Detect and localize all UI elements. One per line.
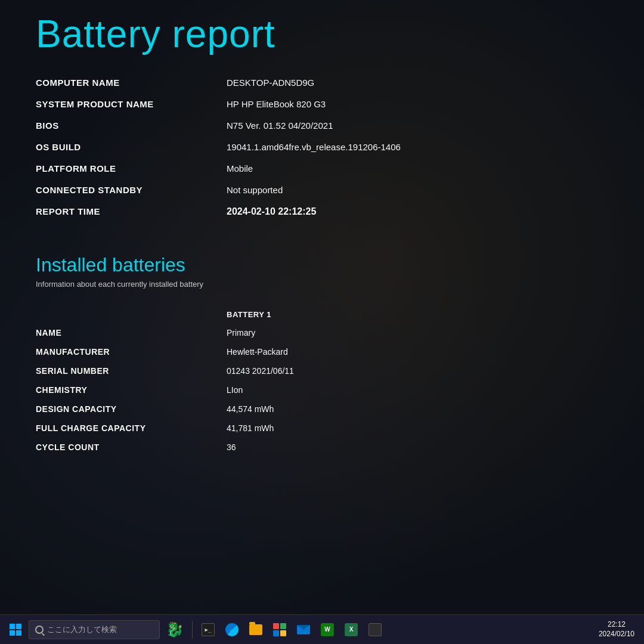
info-label-5: CONNECTED STANDBY <box>36 185 227 195</box>
system-info-row: CONNECTED STANDBY Not supported <box>36 181 608 203</box>
taskbar-icon-windows-store[interactable] <box>269 619 290 640</box>
battery-header: BATTERY 1 <box>36 306 608 323</box>
info-label-6: REPORT TIME <box>36 206 227 216</box>
taskbar-separator-1 <box>192 621 193 639</box>
info-label-2: BIOS <box>36 120 227 131</box>
info-label-1: SYSTEM PRODUCT NAME <box>36 99 227 109</box>
folder-icon <box>249 624 262 635</box>
battery-value-6: 36 <box>227 442 236 452</box>
battery-value-2: 01243 2021/06/11 <box>227 366 294 376</box>
dragon-icon[interactable]: 🐉 <box>162 621 187 638</box>
page-title: Battery report <box>36 0 608 74</box>
excel-icon: X <box>345 623 358 636</box>
system-info-row: COMPUTER NAME DESKTOP-ADN5D9G <box>36 74 608 95</box>
taskbar-time-display: 22:12 <box>599 620 634 630</box>
info-value-6: 2024-02-10 22:12:25 <box>227 206 316 217</box>
info-value-3: 19041.1.amd64fre.vb_release.191206-1406 <box>227 142 401 152</box>
battery-value-5: 41,781 mWh <box>227 423 274 433</box>
battery-value-0: Primary <box>227 328 255 338</box>
battery-label-3: CHEMISTRY <box>36 385 227 395</box>
search-icon <box>35 626 44 634</box>
system-info-row: OS BUILD 19041.1.amd64fre.vb_release.191… <box>36 138 608 160</box>
mail-icon <box>297 625 310 634</box>
battery-label-6: CYCLE COUNT <box>36 442 227 452</box>
edge-icon <box>225 623 239 636</box>
battery-value-4: 44,574 mWh <box>227 404 274 414</box>
terminal-icon <box>369 623 382 636</box>
battery-info-row: NAME Primary <box>36 325 608 344</box>
battery-label-4: DESIGN CAPACITY <box>36 404 227 414</box>
app1-icon: W <box>321 623 334 636</box>
taskbar-clock: 22:12 2024/02/10 <box>599 620 634 639</box>
info-value-0: DESKTOP-ADN5D9G <box>227 78 314 88</box>
windows-logo-icon <box>10 624 21 636</box>
info-label-3: OS BUILD <box>36 142 227 152</box>
system-info-row: SYSTEM PRODUCT NAME HP HP EliteBook 820 … <box>36 95 608 117</box>
taskbar-icon-edge[interactable] <box>221 619 243 640</box>
taskbar-icon-excel[interactable]: X <box>340 619 362 640</box>
system-info-row: PLATFORM ROLE Mobile <box>36 160 608 181</box>
installed-batteries-subtext: Information about each currently install… <box>36 280 608 289</box>
taskbar: ここに入力して検索 🐉 ▶_ W X <box>0 614 644 644</box>
battery-label-0: NAME <box>36 328 227 338</box>
taskbar-icon-terminal[interactable]: ▶_ <box>197 619 219 640</box>
taskbar-date-display: 2024/02/10 <box>599 630 634 639</box>
battery-section: Installed batteries Information about ea… <box>36 254 608 459</box>
installed-batteries-heading: Installed batteries <box>36 254 608 276</box>
battery-info-row: CYCLE COUNT 36 <box>36 439 608 459</box>
taskbar-icon-folder[interactable] <box>245 619 267 640</box>
battery-label-5: FULL CHARGE CAPACITY <box>36 423 227 433</box>
battery-value-3: LIon <box>227 385 243 395</box>
store-icon <box>273 623 286 636</box>
system-info-row: BIOS N75 Ver. 01.52 04/20/2021 <box>36 117 608 138</box>
system-info-row: REPORT TIME 2024-02-10 22:12:25 <box>36 203 608 224</box>
battery-info-row: MANUFACTURER Hewlett-Packard <box>36 344 608 363</box>
battery-info-row: DESIGN CAPACITY 44,574 mWh <box>36 401 608 420</box>
info-value-5: Not supported <box>227 185 283 195</box>
taskbar-search[interactable]: ここに入力して検索 <box>29 620 160 639</box>
battery-info-row: CHEMISTRY LIon <box>36 382 608 401</box>
info-label-4: PLATFORM ROLE <box>36 163 227 174</box>
battery-value-1: Hewlett-Packard <box>227 347 288 357</box>
info-value-4: Mobile <box>227 163 253 174</box>
battery-info-row: FULL CHARGE CAPACITY 41,781 mWh <box>36 420 608 439</box>
battery-info-row: SERIAL NUMBER 01243 2021/06/11 <box>36 363 608 382</box>
info-value-2: N75 Ver. 01.52 04/20/2021 <box>227 120 333 131</box>
info-label-0: COMPUTER NAME <box>36 78 227 88</box>
taskbar-icon-mail[interactable] <box>293 619 314 640</box>
battery-label-2: SERIAL NUMBER <box>36 366 227 376</box>
taskbar-icon-terminal2[interactable] <box>364 619 386 640</box>
taskbar-icon-app1[interactable]: W <box>317 619 338 640</box>
main-content: Battery report COMPUTER NAME DESKTOP-ADN… <box>0 0 644 459</box>
system-info-section: COMPUTER NAME DESKTOP-ADN5D9G SYSTEM PRO… <box>36 74 608 224</box>
battery-label-1: MANUFACTURER <box>36 347 227 357</box>
info-value-1: HP HP EliteBook 820 G3 <box>227 99 326 109</box>
start-button[interactable] <box>5 619 26 640</box>
search-placeholder: ここに入力して検索 <box>47 624 117 635</box>
taskbar-right-area: 22:12 2024/02/10 <box>599 620 639 639</box>
